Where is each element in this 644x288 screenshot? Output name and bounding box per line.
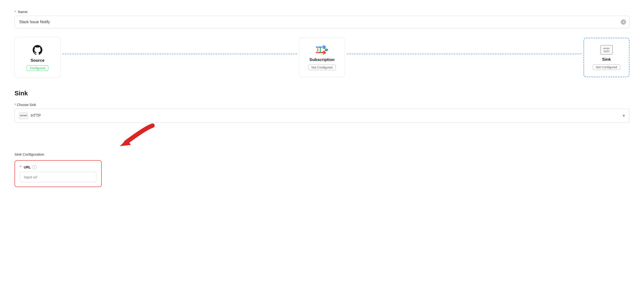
clear-input-button[interactable]: ✕ [621, 19, 626, 25]
clear-icon: ✕ [622, 20, 625, 24]
url-info-icon[interactable]: i [32, 165, 36, 170]
sink-select[interactable]: HTTP// HTTP ▾ [14, 109, 630, 123]
choose-sink-required: * [14, 103, 16, 107]
select-chevron-icon: ▾ [623, 113, 625, 118]
pipeline-row: Source Configured [14, 37, 630, 78]
http-card-icon: HTTP// [600, 45, 613, 55]
required-indicator: * [14, 10, 16, 14]
subscription-badge: Not Configured [308, 64, 336, 70]
red-arrow-annotation [82, 123, 160, 152]
sink-select-wrapper: HTTP// HTTP ▾ [14, 109, 630, 123]
sink-section: Sink * Choose Sink HTTP// HTTP ▾ Sink Co… [14, 90, 630, 187]
sink-config-label: Sink Configuration [14, 152, 630, 156]
choose-sink-label-row: * Choose Sink [14, 103, 630, 107]
source-card[interactable]: Source Configured [14, 37, 60, 78]
url-input[interactable] [20, 172, 96, 182]
url-required: * [20, 165, 21, 170]
source-badge: Configured [27, 65, 48, 71]
sink-title: Sink [602, 57, 611, 62]
svg-marker-6 [120, 139, 131, 146]
arrow-container [14, 130, 630, 152]
sink-selected-value: HTTP [31, 114, 41, 118]
connector-line-2 [347, 54, 582, 54]
subscription-title: Subscription [310, 57, 334, 62]
http-select-icon: HTTP// [19, 112, 28, 119]
connector-line-1 [62, 54, 297, 54]
choose-sink-label: Choose Sink [17, 103, 36, 107]
github-icon [32, 44, 43, 56]
source-title: Source [30, 58, 44, 63]
sink-card[interactable]: HTTP// Sink Not Configured [584, 38, 630, 77]
url-field-container: * URL i [14, 160, 102, 187]
name-input-wrapper: ✕ [14, 16, 630, 28]
name-field-group: * Name ✕ [14, 10, 630, 28]
subscription-card[interactable]: Subscription Not Configured [299, 38, 345, 77]
url-label: URL [24, 165, 31, 169]
sink-section-title: Sink [14, 90, 630, 97]
name-input[interactable] [14, 16, 630, 28]
sink-badge: Not Configured [593, 64, 620, 70]
subscription-icon [316, 45, 328, 55]
name-label: * Name [14, 10, 630, 14]
